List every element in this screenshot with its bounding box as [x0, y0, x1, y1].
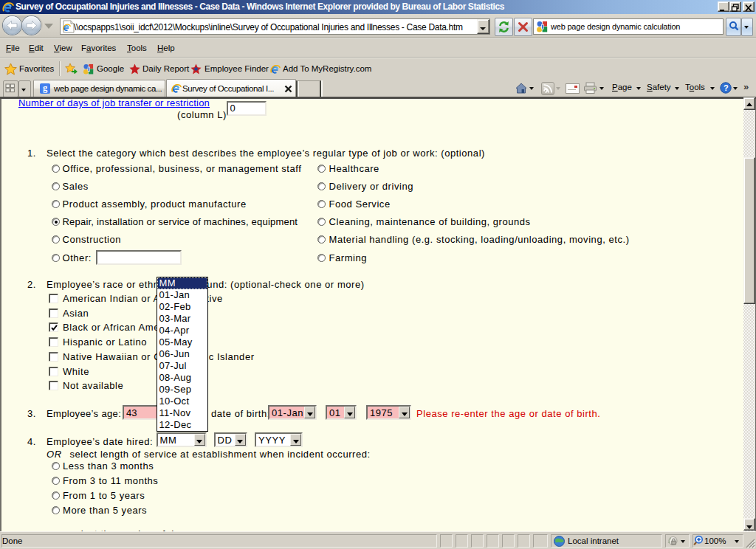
- svg-text:?: ?: [724, 83, 729, 92]
